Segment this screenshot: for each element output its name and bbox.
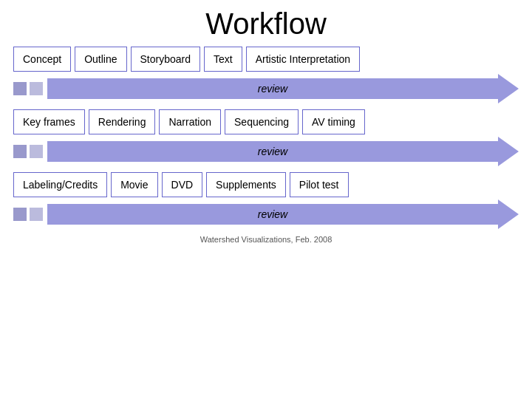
review-arrow-3: review bbox=[13, 200, 519, 229]
row3-boxes: Labeling/Credits Movie DVD Supplements P… bbox=[13, 172, 519, 197]
row1-boxes: Concept Outline Storyboard Text Artistic… bbox=[13, 47, 519, 72]
footer-text: Watershed Visualizations, Feb. 2008 bbox=[0, 235, 532, 244]
row1-item-4: Artistic Interpretation bbox=[246, 47, 360, 72]
arrow-head-1 bbox=[498, 74, 519, 103]
arrow-shaft-3: review bbox=[47, 204, 498, 225]
row3-item-0: Labeling/Credits bbox=[13, 172, 107, 197]
row3-item-4: Pilot test bbox=[290, 172, 349, 197]
row3-item-3: Supplements bbox=[206, 172, 286, 197]
row2-item-0: Key frames bbox=[13, 109, 85, 134]
review-arrow-1: review bbox=[13, 74, 519, 103]
small-sq-1a bbox=[13, 82, 27, 95]
row2-item-3: Sequencing bbox=[225, 109, 299, 134]
small-sq-2b bbox=[30, 145, 43, 158]
row3-item-2: DVD bbox=[162, 172, 203, 197]
row1-item-1: Outline bbox=[75, 47, 126, 72]
row3-item-1: Movie bbox=[111, 172, 157, 197]
small-sq-3a bbox=[13, 208, 27, 221]
arrow-head-2 bbox=[498, 137, 519, 166]
row2-item-2: Narration bbox=[159, 109, 221, 134]
arrow-head-3 bbox=[498, 200, 519, 229]
small-sq-2a bbox=[13, 145, 27, 158]
row2-item-4: AV timing bbox=[302, 109, 365, 134]
arrow-shaft-2: review bbox=[47, 141, 498, 162]
small-sq-3b bbox=[30, 208, 43, 221]
arrow-shaft-1: review bbox=[47, 78, 498, 99]
review-arrow-2: review bbox=[13, 137, 519, 166]
row1-item-2: Storyboard bbox=[131, 47, 200, 72]
row1-item-0: Concept bbox=[13, 47, 71, 72]
row2-boxes: Key frames Rendering Narration Sequencin… bbox=[13, 109, 519, 134]
small-sq-1b bbox=[30, 82, 43, 95]
row1-item-3: Text bbox=[204, 47, 242, 72]
row2-item-1: Rendering bbox=[89, 109, 156, 134]
page-title: Workflow bbox=[0, 0, 532, 47]
